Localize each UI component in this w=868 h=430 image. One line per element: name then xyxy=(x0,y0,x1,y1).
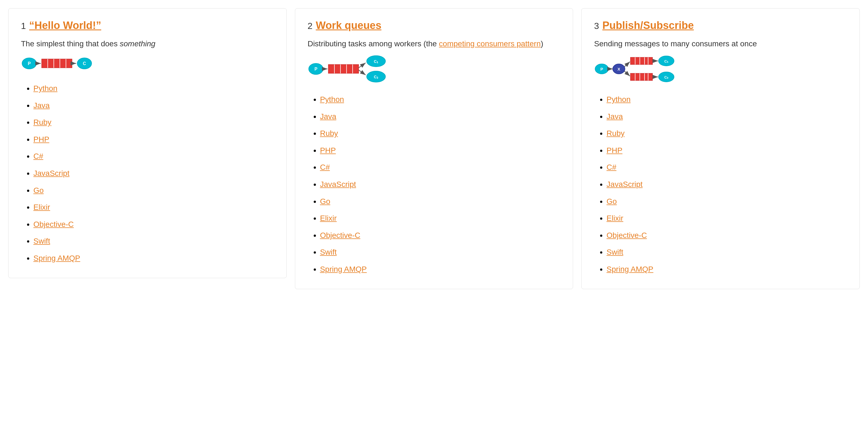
diagram-3: P X xyxy=(594,55,847,83)
card-title-3[interactable]: Publish/Subscribe xyxy=(602,20,694,31)
list-item: Ruby xyxy=(320,125,561,142)
link-php-3[interactable]: PHP xyxy=(607,146,622,155)
list-item: Elixir xyxy=(607,210,847,227)
link-objectivec-3[interactable]: Objective-C xyxy=(607,231,647,239)
link-go-3[interactable]: Go xyxy=(607,197,617,206)
card-title-1[interactable]: “Hello World!” xyxy=(29,20,101,31)
list-item: Swift xyxy=(320,244,561,261)
link-swift-3[interactable]: Swift xyxy=(607,248,623,256)
list-item: Ruby xyxy=(33,114,274,131)
link-python-2[interactable]: Python xyxy=(320,95,344,104)
list-item: JavaScript xyxy=(33,165,274,182)
link-go-1[interactable]: Go xyxy=(33,186,43,195)
list-item: JavaScript xyxy=(607,176,847,193)
svg-rect-17 xyxy=(328,65,359,73)
list-item: Java xyxy=(320,108,561,125)
link-ruby-3[interactable]: Ruby xyxy=(607,129,624,137)
diagram-2: P xyxy=(308,55,561,83)
list-item: Elixir xyxy=(33,199,274,216)
link-spring-1[interactable]: Spring AMQP xyxy=(33,254,80,262)
card-number-3: 3 xyxy=(594,21,599,31)
svg-text:P: P xyxy=(28,61,31,66)
svg-text:C₁: C₁ xyxy=(374,59,378,64)
list-item: C# xyxy=(33,148,274,165)
card-pubsub: 3 Publish/Subscribe Sending messages to … xyxy=(581,8,860,289)
links-list-3: Python Java Ruby PHP C# JavaScript Go El… xyxy=(594,91,847,278)
link-python-1[interactable]: Python xyxy=(33,84,57,93)
list-item: Spring AMQP xyxy=(607,261,847,278)
link-csharp-1[interactable]: C# xyxy=(33,152,43,160)
link-spring-3[interactable]: Spring AMQP xyxy=(607,265,653,273)
card-description-2: Distributing tasks among workers (the co… xyxy=(308,38,561,49)
links-list-2: Python Java Ruby PHP C# JavaScript Go El… xyxy=(308,91,561,278)
list-item: Go xyxy=(33,182,274,199)
link-python-3[interactable]: Python xyxy=(607,95,630,104)
svg-rect-50 xyxy=(630,73,653,80)
card-hello-world: 1 “Hello World!” The simplest thing that… xyxy=(8,8,287,278)
card-description-3: Sending messages to many consumers at on… xyxy=(594,38,847,49)
diagram-1: P xyxy=(21,55,274,72)
link-php-1[interactable]: PHP xyxy=(33,135,50,143)
list-item: Java xyxy=(607,108,847,125)
link-elixir-1[interactable]: Elixir xyxy=(33,203,50,211)
svg-line-22 xyxy=(359,63,366,68)
list-item: Swift xyxy=(33,233,274,250)
list-item: Go xyxy=(607,193,847,210)
list-item: Objective-C xyxy=(607,227,847,244)
list-item: Python xyxy=(33,80,274,97)
link-javascript-2[interactable]: JavaScript xyxy=(320,180,356,189)
svg-text:C: C xyxy=(83,61,86,66)
link-javascript-3[interactable]: JavaScript xyxy=(607,180,643,189)
card-title-2[interactable]: Work queues xyxy=(316,20,381,31)
list-item: PHP xyxy=(33,131,274,148)
list-item: Objective-C xyxy=(33,216,274,233)
cards-container: 1 “Hello World!” The simplest thing that… xyxy=(8,8,860,289)
list-item: Ruby xyxy=(607,125,847,142)
svg-text:P: P xyxy=(314,67,317,71)
svg-rect-4 xyxy=(42,59,72,68)
link-go-2[interactable]: Go xyxy=(320,197,330,206)
list-item: Objective-C xyxy=(320,227,561,244)
list-item: PHP xyxy=(320,142,561,159)
list-item: Go xyxy=(320,193,561,210)
svg-rect-42 xyxy=(630,57,653,65)
svg-text:C₂: C₂ xyxy=(374,75,378,79)
card-header-2: 2 Work queues xyxy=(308,20,561,31)
link-csharp-3[interactable]: C# xyxy=(607,163,616,171)
link-elixir-3[interactable]: Elixir xyxy=(607,214,623,223)
links-list-1: Python Java Ruby PHP C# JavaScript Go El… xyxy=(21,80,274,267)
link-elixir-2[interactable]: Elixir xyxy=(320,214,337,223)
svg-text:P: P xyxy=(600,67,603,71)
card-description-1: The simplest thing that does something xyxy=(21,38,274,49)
svg-line-36 xyxy=(624,62,630,67)
link-ruby-1[interactable]: Ruby xyxy=(33,118,51,127)
link-java-2[interactable]: Java xyxy=(320,112,336,121)
link-spring-2[interactable]: Spring AMQP xyxy=(320,265,367,273)
link-java-1[interactable]: Java xyxy=(33,101,50,110)
card-header-1: 1 “Hello World!” xyxy=(21,20,274,31)
list-item: Python xyxy=(320,91,561,108)
list-item: Spring AMQP xyxy=(320,261,561,278)
competing-consumers-link[interactable]: competing consumers pattern xyxy=(439,39,541,48)
svg-text:C₂: C₂ xyxy=(664,75,668,79)
link-objectivec-1[interactable]: Objective-C xyxy=(33,220,74,229)
link-php-2[interactable]: PHP xyxy=(320,146,336,155)
link-java-3[interactable]: Java xyxy=(607,112,623,121)
link-javascript-1[interactable]: JavaScript xyxy=(33,169,69,177)
list-item: C# xyxy=(320,159,561,176)
link-csharp-2[interactable]: C# xyxy=(320,163,330,171)
link-ruby-2[interactable]: Ruby xyxy=(320,129,338,137)
card-number-2: 2 xyxy=(308,21,313,31)
list-item: PHP xyxy=(607,142,847,159)
link-objectivec-2[interactable]: Objective-C xyxy=(320,231,360,239)
list-item: Spring AMQP xyxy=(33,250,274,267)
svg-line-23 xyxy=(359,70,366,75)
list-item: Java xyxy=(33,97,274,114)
list-item: Python xyxy=(607,91,847,108)
link-swift-1[interactable]: Swift xyxy=(33,237,50,245)
list-item: JavaScript xyxy=(320,176,561,193)
svg-line-37 xyxy=(624,71,630,76)
svg-text:C₁: C₁ xyxy=(664,59,669,63)
link-swift-2[interactable]: Swift xyxy=(320,248,337,256)
card-work-queues: 2 Work queues Distributing tasks among w… xyxy=(295,8,574,289)
